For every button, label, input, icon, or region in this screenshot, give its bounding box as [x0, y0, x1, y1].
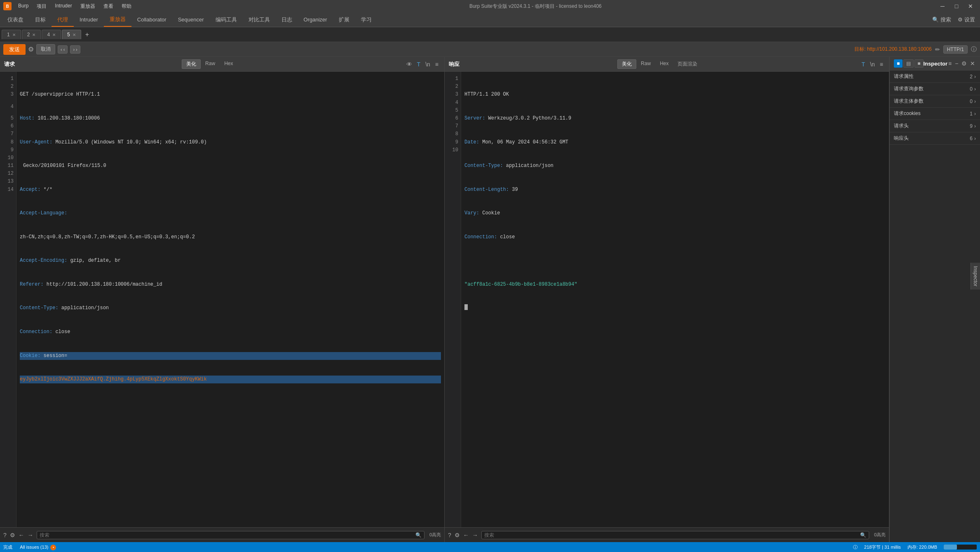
inspector-row-1[interactable]: 请求查询参数 0 ›	[890, 83, 980, 95]
inspector-tab-2[interactable]: ▤	[903, 59, 914, 68]
http-version-badge[interactable]: HTTP/1	[943, 45, 968, 54]
res-settings-icon[interactable]: ⚙	[455, 532, 460, 538]
inspector-row-3[interactable]: 请求cookies 1 ›	[890, 108, 980, 120]
request-more-icon[interactable]: ≡	[434, 60, 440, 68]
tab-4[interactable]: 4 ✕	[42, 30, 61, 39]
response-code-content[interactable]: HTTP/1.1 200 OK Server: Werkzeug/3.0.2 P…	[461, 72, 889, 527]
response-wrap-icon[interactable]: \n	[868, 60, 877, 68]
inspector-collapse-icon[interactable]: −	[954, 59, 959, 68]
menu-repeater[interactable]: 重放器	[77, 2, 98, 11]
inspector-header: ■ ▤ ■ Inspector ≡ − ⚙ ✕	[890, 57, 980, 70]
nav-intruder[interactable]: Intruder	[74, 12, 104, 27]
request-wrap-icon[interactable]: \n	[424, 60, 432, 68]
response-search-input[interactable]	[484, 532, 860, 538]
request-line-numbers: 1 2 3 4 5 6 7 8 9 10 11 12 13	[0, 72, 16, 527]
request-eye-icon[interactable]: 👁	[405, 60, 414, 68]
prev-button[interactable]: ‹ ‹	[58, 45, 68, 54]
tab-add-button[interactable]: +	[82, 29, 92, 40]
nav-sequencer[interactable]: Sequencer	[172, 12, 210, 27]
issues-dot: •	[50, 545, 56, 550]
tab-1[interactable]: 1 ✕	[2, 30, 21, 39]
res-line-10	[464, 304, 886, 310]
nav-comparer[interactable]: 对比工具	[243, 12, 276, 27]
request-tab-hex[interactable]: Hex	[220, 59, 237, 69]
tab-5-close[interactable]: ✕	[73, 33, 76, 37]
response-tab-render[interactable]: 页面渲染	[673, 59, 702, 69]
response-more-icon[interactable]: ≡	[878, 60, 885, 68]
request-text-icon[interactable]: T	[415, 60, 422, 68]
response-tabs: 美化 Raw Hex 页面渲染	[617, 59, 702, 69]
inspector-row-2[interactable]: 请求主体参数 0 ›	[890, 95, 980, 107]
nav-extensions[interactable]: 扩展	[333, 12, 355, 27]
inspector-expand-icon[interactable]: ⚙	[961, 59, 968, 68]
tab-1-close[interactable]: ✕	[12, 33, 16, 37]
menu-help[interactable]: 帮助	[118, 2, 135, 11]
inspector-side-tab[interactable]: Inspector	[971, 263, 980, 289]
nav-organizer[interactable]: Organizer	[298, 12, 333, 27]
response-tab-hex[interactable]: Hex	[655, 59, 673, 69]
menu-intruder[interactable]: Intruder	[52, 2, 75, 11]
window-controls: ─ □ ✕	[936, 2, 977, 10]
nav-dashboard[interactable]: 仪表盘	[2, 12, 29, 27]
send-button[interactable]: 发送	[3, 44, 26, 55]
res-help-icon[interactable]: ?	[448, 532, 451, 538]
req-search-icon[interactable]: 🔍	[415, 532, 422, 538]
request-tab-raw[interactable]: Raw	[201, 59, 220, 69]
gear-settings-icon[interactable]: ⚙	[28, 45, 34, 53]
response-code-area: 1 2 3 4 5 6 7 8 9 10 HTTP/1.1 200	[445, 72, 889, 527]
nav-repeater[interactable]: 重放器	[104, 12, 131, 27]
inspector-count-1: 0	[970, 86, 973, 92]
inspector-align-icon[interactable]: ≡	[947, 59, 952, 68]
inspector-label-4: 请求头	[894, 122, 909, 129]
response-tab-beautify[interactable]: 美化	[617, 59, 636, 69]
statusbar-issues[interactable]: All issues (13)	[20, 545, 48, 550]
inspector-tab-3[interactable]: ■	[914, 59, 923, 68]
request-search-wrap: 🔍	[37, 531, 424, 539]
req-back-icon[interactable]: ←	[19, 532, 24, 538]
cancel-button[interactable]: 取消	[36, 44, 55, 54]
menu-burp[interactable]: Burp	[15, 2, 32, 11]
nav-logger[interactable]: 日志	[276, 12, 298, 27]
nav-target[interactable]: 目标	[29, 12, 52, 27]
response-text-icon[interactable]: T	[860, 60, 867, 68]
res-back-icon[interactable]: ←	[463, 532, 469, 538]
inspector-row-5[interactable]: 响应头 6 ›	[890, 132, 980, 144]
inspector-side-label: Inspector	[973, 266, 978, 286]
nav-decoder[interactable]: 编码工具	[210, 12, 243, 27]
request-search-input[interactable]	[40, 532, 415, 538]
req-help-icon[interactable]: ?	[3, 532, 7, 538]
request-code-content[interactable]: GET /supervipprice HTTP/1.1 Host: 101.20…	[16, 72, 444, 527]
req-line-9: Content-Type: application/json	[20, 304, 441, 312]
statusbar-info-icon: ⓘ	[853, 544, 858, 550]
response-tab-raw[interactable]: Raw	[636, 59, 655, 69]
inspector-tab-1[interactable]: ■	[894, 59, 903, 68]
tab-2-close[interactable]: ✕	[32, 33, 35, 37]
close-button[interactable]: ✕	[964, 2, 977, 10]
nav-learn[interactable]: 学习	[355, 12, 377, 27]
res-search-icon[interactable]: 🔍	[860, 532, 866, 538]
settings-button[interactable]: ⚙ 设置	[958, 16, 975, 23]
edit-target-icon[interactable]: ✏	[935, 46, 940, 53]
maximize-button[interactable]: □	[950, 2, 963, 10]
next-button[interactable]: › ›	[70, 45, 80, 54]
tab-4-close[interactable]: ✕	[52, 33, 56, 37]
inspector-row-0[interactable]: 请求属性 2 ›	[890, 70, 980, 82]
inspector-close-icon[interactable]: ✕	[969, 59, 976, 68]
http-info-icon[interactable]: ⓘ	[971, 46, 977, 53]
inspector-arrow-5: ›	[974, 136, 976, 141]
req-line-3: User-Agent: Mozilla/5.0 (Windows NT 10.0…	[20, 139, 441, 146]
inspector-row-4[interactable]: 请求头 9 ›	[890, 120, 980, 132]
res-line-4: Content-Type: application/json	[464, 162, 886, 170]
menu-view[interactable]: 查看	[100, 2, 117, 11]
req-forward-icon[interactable]: →	[28, 532, 33, 538]
request-tab-beautify[interactable]: 美化	[182, 59, 201, 69]
req-settings-icon[interactable]: ⚙	[10, 532, 15, 538]
menu-project[interactable]: 项目	[33, 2, 50, 11]
tab-2[interactable]: 2 ✕	[22, 30, 41, 39]
tab-5[interactable]: 5 ✕	[62, 30, 81, 39]
nav-collaborator[interactable]: Collaborator	[131, 12, 172, 27]
res-forward-icon[interactable]: →	[472, 532, 478, 538]
nav-proxy[interactable]: 代理	[52, 12, 74, 27]
minimize-button[interactable]: ─	[936, 2, 949, 10]
search-button[interactable]: 🔍 搜索	[932, 16, 951, 23]
